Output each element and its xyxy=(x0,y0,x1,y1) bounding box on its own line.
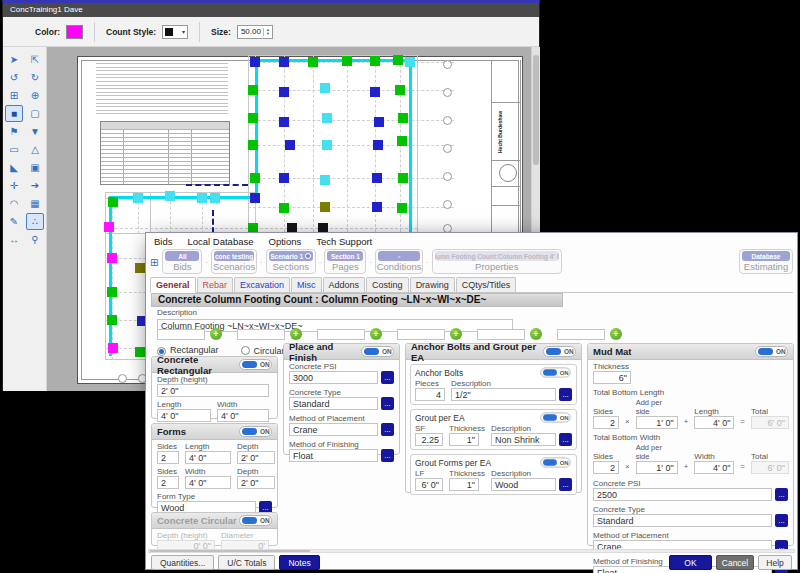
count-marker[interactable] xyxy=(135,263,145,273)
sides-input[interactable]: 2 xyxy=(157,476,179,489)
select-icon[interactable]: ➤ xyxy=(5,51,23,68)
lookup-button[interactable]: ... xyxy=(559,478,572,491)
annotate-tool-icon[interactable]: ✎ xyxy=(5,213,23,230)
image-tool-icon[interactable]: ▦ xyxy=(26,195,44,212)
on-toggle[interactable]: ON xyxy=(239,515,272,526)
help-button[interactable]: Help xyxy=(758,555,792,570)
count-marker[interactable] xyxy=(250,173,260,183)
polygon-tool-icon[interactable]: △ xyxy=(26,141,44,158)
menu-tech-support[interactable]: Tech Support xyxy=(316,236,372,247)
on-toggle[interactable]: ON xyxy=(755,346,788,357)
size-spinner[interactable]: 50.00 ▲ ▼ xyxy=(237,25,273,39)
lf-input[interactable]: 6' 0" xyxy=(415,478,443,491)
count-marker[interactable] xyxy=(248,85,258,95)
description-input[interactable]: Wood xyxy=(491,478,556,491)
quick-field-4[interactable] xyxy=(397,329,445,340)
thickness-input[interactable]: 1" xyxy=(449,478,479,491)
concrete-psi-input[interactable]: 3000 xyxy=(289,371,378,384)
width-input[interactable]: 4' 0" xyxy=(694,461,734,474)
zoom-area-icon[interactable]: ⊕ xyxy=(26,87,44,104)
count-marker[interactable] xyxy=(342,56,352,66)
count-marker[interactable] xyxy=(250,57,260,67)
box-tool-icon[interactable]: ▣ xyxy=(26,159,44,176)
count-marker[interactable] xyxy=(372,173,382,183)
tab-costing[interactable]: Costing xyxy=(366,277,409,292)
cancel-button[interactable]: Cancel xyxy=(716,555,754,570)
scrollbar-thumb[interactable] xyxy=(150,550,310,552)
area-tool-icon[interactable]: ◣ xyxy=(5,159,23,176)
color-swatch[interactable] xyxy=(66,25,83,39)
menu-bids[interactable]: Bids xyxy=(154,236,172,247)
count-marker[interactable] xyxy=(279,57,289,67)
depth-input[interactable]: 2' 0" xyxy=(237,451,275,464)
on-toggle[interactable]: ON xyxy=(239,426,272,437)
length-input[interactable]: 4' 0" xyxy=(694,416,734,429)
width-input[interactable]: 4' 0" xyxy=(185,476,231,489)
fit-view-icon[interactable]: ⊞ xyxy=(5,87,23,104)
tab-excavation[interactable]: Excavation xyxy=(234,277,290,292)
ribbon-conditions-button[interactable]: ▫Conditions xyxy=(375,249,423,274)
notes-button[interactable]: Notes xyxy=(279,555,319,570)
count-marker[interactable] xyxy=(285,140,295,150)
spinner-arrows[interactable]: ▲ ▼ xyxy=(263,28,272,36)
count-marker[interactable] xyxy=(279,203,289,213)
quantities-button[interactable]: Quantities... xyxy=(151,555,214,570)
count-marker[interactable] xyxy=(108,197,118,207)
description-input[interactable]: Non Shrink xyxy=(491,433,556,446)
tab-rebar[interactable]: Rebar xyxy=(197,277,234,292)
ribbon-properties-button[interactable]: Concrete Column Footing Count:Column Foo… xyxy=(432,249,562,274)
uc-totals-button[interactable]: U/C Totals xyxy=(218,555,275,570)
count-marker[interactable] xyxy=(107,287,117,297)
comment-flag-icon[interactable]: ⚑ xyxy=(5,123,23,140)
thickness-input[interactable]: 1" xyxy=(449,433,479,446)
sides-input[interactable]: 2 xyxy=(157,451,179,464)
menu-local-database[interactable]: Local Database xyxy=(187,236,253,247)
scrollbar-thumb[interactable] xyxy=(533,55,539,165)
count-marker[interactable] xyxy=(320,202,330,212)
ribbon-pages-button[interactable]: Section 1Pages xyxy=(324,249,366,274)
count-marker[interactable] xyxy=(395,85,405,95)
add-button[interactable]: + xyxy=(370,328,382,340)
count-marker[interactable] xyxy=(165,191,175,201)
stamp-icon[interactable]: ▼ xyxy=(26,123,44,140)
count-marker[interactable] xyxy=(373,140,383,150)
quick-field-6[interactable] xyxy=(557,329,605,340)
count-marker[interactable] xyxy=(107,253,117,263)
description-input[interactable]: 1/2" xyxy=(451,388,556,401)
on-toggle[interactable]: ON xyxy=(540,367,570,377)
horizontal-scrollbar[interactable] xyxy=(148,549,795,553)
count-marker[interactable] xyxy=(279,173,289,183)
count-marker[interactable] xyxy=(320,83,330,93)
count-marker[interactable] xyxy=(135,347,145,357)
concrete-psi-input[interactable]: 2500 xyxy=(593,488,772,501)
width-input[interactable]: 4' 0" xyxy=(217,409,269,422)
on-toggle[interactable]: ON xyxy=(543,346,576,357)
rectangle-tool-icon[interactable]: ▭ xyxy=(5,141,23,158)
quick-field-3[interactable] xyxy=(317,329,365,340)
ok-button[interactable]: OK xyxy=(669,555,712,570)
count-marker[interactable] xyxy=(374,117,384,127)
radio-unselected-icon[interactable] xyxy=(241,346,250,355)
concrete-type-input[interactable]: Standard xyxy=(289,397,378,410)
count-marker[interactable] xyxy=(397,203,407,213)
lookup-button[interactable]: ... xyxy=(381,371,394,384)
ribbon-estimating-button[interactable]: DatabaseEstimating xyxy=(739,249,793,274)
menu-options[interactable]: Options xyxy=(269,236,302,247)
length-input[interactable]: 4' 0" xyxy=(185,451,231,464)
count-marker[interactable] xyxy=(279,117,289,127)
grid-menu-icon[interactable]: ⊞ xyxy=(150,257,158,268)
radio-circular[interactable]: Circular xyxy=(241,346,285,356)
spinner-down-icon[interactable]: ▼ xyxy=(266,32,270,36)
tab-addons[interactable]: Addons xyxy=(323,277,366,292)
arc-tool-icon[interactable]: ◠ xyxy=(5,195,23,212)
add-button[interactable]: + xyxy=(290,328,302,340)
ribbon-scenarios-button[interactable]: conc testingScenarios xyxy=(211,249,257,274)
count-marker[interactable] xyxy=(104,222,114,232)
count-marker[interactable] xyxy=(322,140,332,150)
on-toggle[interactable]: ON xyxy=(540,457,570,467)
depth-input[interactable]: 2' 0" xyxy=(157,384,269,397)
length-input[interactable]: 4' 0" xyxy=(157,409,211,422)
sides-input[interactable]: 2 xyxy=(593,416,619,429)
count-tool-icon[interactable]: ■ xyxy=(5,105,23,122)
lookup-button[interactable]: ... xyxy=(559,388,572,401)
